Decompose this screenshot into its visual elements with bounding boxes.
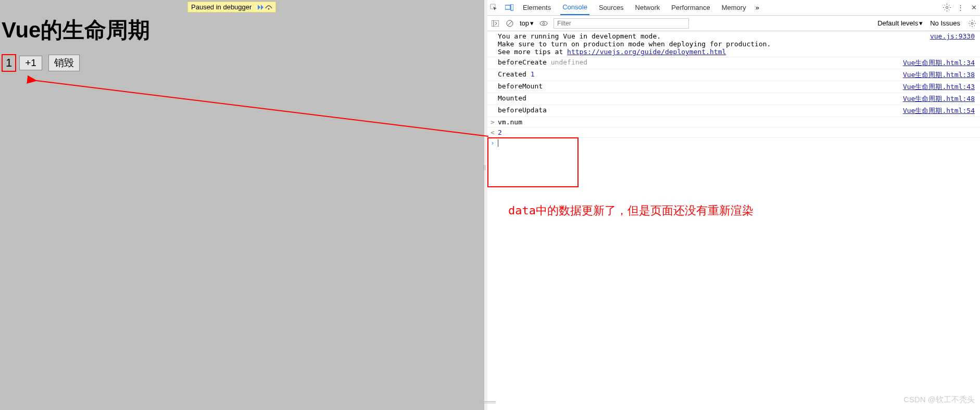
- log-row: < 2: [487, 127, 980, 138]
- destroy-button[interactable]: 销毁: [48, 55, 80, 71]
- counter-row: 1 +1 销毁: [2, 54, 484, 72]
- svg-point-11: [971, 22, 973, 24]
- console-output: You are running Vue in development mode.…: [487, 31, 980, 410]
- devtools-panel: Elements Console Sources Network Perform…: [487, 0, 980, 410]
- rendered-page: Paused in debugger Vue的生命周期 1 +1 销毁: [0, 0, 484, 410]
- log-source-link[interactable]: vue.js:9330: [930, 32, 975, 40]
- svg-point-0: [268, 8, 270, 9]
- inspect-icon[interactable]: [489, 4, 498, 12]
- log-text: Mounted: [498, 94, 903, 102]
- log-row: beforeMount Vue生命周期.html:43: [487, 81, 980, 93]
- console-settings-gear-icon[interactable]: [968, 19, 977, 28]
- increment-button[interactable]: +1: [19, 56, 42, 70]
- log-source-link[interactable]: Vue生命周期.html:34: [903, 58, 975, 68]
- log-text: Created 1: [498, 70, 903, 78]
- log-source-link[interactable]: Vue生命周期.html:54: [903, 106, 975, 116]
- log-row: You are running Vue in development mode.…: [487, 31, 980, 57]
- log-row: Mounted Vue生命周期.html:48: [487, 93, 980, 105]
- kebab-menu-icon[interactable]: ⋮: [956, 4, 964, 12]
- input-marker-icon: >: [491, 118, 495, 126]
- log-inline-link[interactable]: https://vuejs.org/guide/deployment.html: [567, 48, 726, 56]
- log-source-link[interactable]: Vue生命周期.html:38: [903, 70, 975, 80]
- clear-console-icon[interactable]: [505, 19, 514, 28]
- close-icon[interactable]: ✕: [970, 4, 978, 12]
- console-toolbar: top ▾ Default levels ▾ No Issues: [487, 16, 980, 31]
- issues-indicator[interactable]: No Issues: [930, 19, 960, 27]
- log-text: beforeUpdata: [498, 106, 903, 114]
- grip-icon: ||: [483, 164, 486, 170]
- log-source-link[interactable]: Vue生命周期.html:43: [903, 82, 975, 92]
- chevron-down-icon: ▾: [530, 19, 534, 27]
- svg-line-8: [508, 21, 512, 25]
- svg-rect-5: [492, 20, 499, 27]
- chevron-down-icon: ▾: [919, 19, 923, 27]
- debugger-paused-banner: Paused in debugger: [187, 2, 276, 12]
- svg-rect-3: [511, 4, 513, 10]
- tabs-overflow-icon[interactable]: »: [756, 4, 759, 11]
- tab-network[interactable]: Network: [633, 1, 662, 15]
- log-row: Created 1 Vue生命周期.html:38: [487, 69, 980, 81]
- device-toolbar-icon[interactable]: [505, 4, 513, 12]
- watermark: CSDN @软工不秃头: [903, 395, 975, 405]
- console-prompt[interactable]: ›: [487, 138, 980, 148]
- cursor: [498, 139, 498, 147]
- log-levels-dropdown[interactable]: Default levels ▾: [877, 19, 923, 27]
- svg-point-4: [946, 7, 948, 9]
- log-row: beforeUpdata Vue生命周期.html:54: [487, 105, 980, 117]
- tab-elements[interactable]: Elements: [521, 1, 553, 15]
- log-text: beforeCreate undefined: [498, 58, 903, 66]
- svg-rect-2: [505, 5, 510, 9]
- tab-memory[interactable]: Memory: [720, 1, 748, 15]
- log-text: vm.num: [498, 118, 975, 126]
- context-selector[interactable]: top ▾: [520, 19, 534, 27]
- resume-icon[interactable]: [257, 4, 264, 11]
- prompt-caret-icon: ›: [491, 139, 495, 147]
- log-row: > vm.num: [487, 117, 980, 127]
- log-text: 2: [498, 129, 975, 136]
- counter-value: 1: [2, 54, 16, 72]
- svg-point-9: [540, 21, 547, 25]
- live-expression-icon[interactable]: [539, 19, 548, 28]
- tab-console[interactable]: Console: [560, 0, 589, 15]
- step-over-icon[interactable]: [265, 4, 272, 11]
- log-row: beforeCreate undefined Vue生命周期.html:34: [487, 57, 980, 69]
- svg-point-10: [543, 22, 545, 24]
- annotation-text: data中的数据更新了，但是页面还没有重新渲染: [508, 203, 753, 219]
- tab-sources[interactable]: Sources: [597, 1, 626, 15]
- filter-input[interactable]: [554, 18, 689, 29]
- page-title: Vue的生命周期: [2, 16, 484, 45]
- log-text: You are running Vue in development mode.…: [498, 32, 930, 56]
- log-text: beforeMount: [498, 82, 903, 90]
- sidebar-toggle-icon[interactable]: [491, 19, 500, 28]
- output-marker-icon: <: [491, 129, 495, 136]
- devtools-tabs: Elements Console Sources Network Perform…: [487, 0, 980, 16]
- settings-gear-icon[interactable]: [943, 4, 951, 12]
- tab-performance[interactable]: Performance: [669, 1, 712, 15]
- log-source-link[interactable]: Vue生命周期.html:48: [903, 94, 975, 104]
- debug-banner-text: Paused in debugger: [191, 3, 252, 11]
